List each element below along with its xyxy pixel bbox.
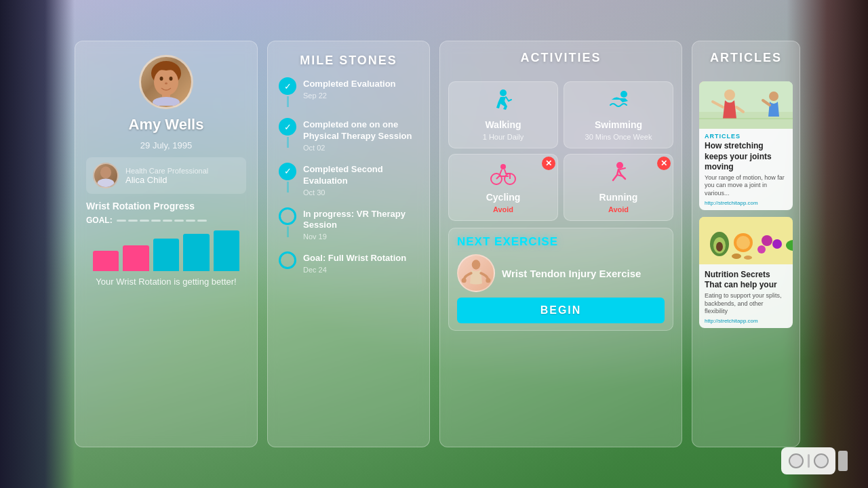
svg-point-2 — [160, 77, 163, 81]
milestone-date-1: Oct 02 — [303, 144, 418, 152]
dash-8 — [197, 220, 207, 222]
milestone-icon-col-3 — [279, 207, 296, 237]
user-dob: 29 July, 1995 — [140, 140, 192, 150]
bar-0 — [93, 251, 119, 271]
article-card-2[interactable]: Nutrition Secrets That can help your Eat… — [699, 217, 793, 328]
vr-lens-right — [814, 453, 829, 468]
milestones-panel: MILE STONES ✓Completed EvaluationSep 22✓… — [267, 41, 430, 447]
bar-1 — [123, 245, 149, 271]
svg-point-35 — [744, 256, 752, 260]
begin-button[interactable]: BEGIN — [457, 298, 665, 323]
activity-name-2: Cycling — [486, 192, 521, 203]
vr-divider — [808, 454, 810, 468]
cycling-activity-icon — [490, 161, 517, 189]
svg-point-21 — [769, 92, 778, 101]
milestone-icon-4 — [279, 251, 296, 269]
activity-detail-2: Avoid — [493, 205, 513, 214]
milestone-item-4: Goal: Full Wrist RotationDec 24 — [279, 251, 418, 274]
milestone-item-0: ✓Completed EvaluationSep 22 — [279, 77, 418, 118]
article-title-1: How stretching keeps your joints moving — [705, 141, 787, 173]
svg-point-1 — [154, 68, 178, 96]
svg-point-8 — [97, 178, 114, 187]
milestone-date-0: Sep 22 — [303, 92, 396, 100]
running-activity-icon — [605, 161, 632, 189]
user-avatar — [139, 55, 193, 109]
article-tag-1: ARTICLES — [705, 133, 787, 140]
bar-chart — [86, 230, 246, 271]
activity-wrapper-1: Swimming30 Mins Once Week — [564, 81, 673, 148]
main-container: Amy Wells 29 July, 1995 Health Care Prof… — [75, 41, 800, 447]
provider-avatar-svg — [94, 164, 117, 187]
svg-point-6 — [153, 97, 180, 106]
articles-title: ARTICLES — [699, 51, 793, 65]
activity-detail-0: 1 Hour Daily — [483, 133, 524, 141]
dash-7 — [186, 220, 195, 222]
activity-wrapper-0: Walking1 Hour Daily — [448, 81, 558, 148]
activity-wrapper-2: ✕ CyclingAvoid — [448, 154, 558, 221]
next-exercise-title: NEXT EXERCISE — [457, 235, 665, 249]
avoid-badge-3: ✕ — [657, 157, 671, 170]
activity-name-3: Running — [599, 192, 638, 203]
milestone-icon-1: ✓ — [279, 118, 296, 136]
exercise-thumbnail — [457, 254, 495, 292]
milestone-item-2: ✓Completed Second EvaluationOct 30 — [279, 163, 418, 207]
activities-panel: ACTIVITIES Walking1 Hour Daily Swimming3… — [439, 41, 682, 447]
next-exercise-section: NEXT EXERCISE Wrist Tendon I — [448, 228, 673, 331]
article-card-1[interactable]: ARTICLES How stretching keeps your joint… — [699, 81, 793, 210]
svg-point-9 — [500, 89, 507, 96]
vr-corner-left — [0, 0, 75, 488]
svg-point-29 — [762, 235, 772, 246]
milestone-content-2: Completed Second EvaluationOct 30 — [303, 163, 418, 197]
svg-point-3 — [170, 77, 173, 81]
user-name: Amy Wells — [129, 116, 204, 134]
milestone-date-2: Oct 30 — [303, 188, 418, 197]
milestone-item-1: ✓Completed one on one Physical Therapy S… — [279, 118, 418, 163]
activity-name-0: Walking — [485, 119, 521, 130]
article-img-svg-1 — [699, 81, 793, 129]
dash-2 — [128, 220, 138, 222]
activity-detail-3: Avoid — [608, 205, 629, 214]
article-image-2 — [699, 217, 793, 264]
activity-card-swimming: Swimming30 Mins Once Week — [564, 81, 673, 148]
goal-dashes — [117, 220, 207, 222]
articles-panel: ARTICLES — [692, 41, 800, 447]
svg-point-17 — [486, 278, 490, 283]
provider-avatar — [93, 163, 119, 188]
provider-name: Alica Child — [125, 175, 208, 185]
milestone-icon-col-2: ✓ — [279, 163, 296, 192]
vr-headset-icon[interactable] — [781, 447, 848, 474]
svg-point-14 — [616, 162, 623, 169]
avoid-badge-2: ✕ — [542, 157, 555, 170]
article-image-1 — [699, 81, 793, 129]
article-url-1: http://stretchitapp.com — [705, 200, 787, 206]
milestone-date-4: Dec 24 — [303, 266, 406, 274]
article-body-1: ARTICLES How stretching keeps your joint… — [699, 129, 793, 210]
exercise-thumb-svg — [459, 256, 493, 290]
provider-row: Health Care Professional Alica Child — [86, 157, 246, 194]
milestone-icon-0: ✓ — [279, 77, 296, 95]
dash-3 — [140, 220, 149, 222]
goal-label: GOAL: — [86, 216, 113, 225]
milestone-line-1 — [287, 137, 289, 148]
milestone-icon-col-4 — [279, 251, 296, 269]
article-url-2: http://stretchitapp.com — [705, 318, 787, 324]
milestone-title-0: Completed Evaluation — [303, 79, 396, 90]
dash-6 — [174, 220, 184, 222]
svg-point-4 — [165, 83, 167, 85]
svg-point-28 — [736, 236, 750, 249]
milestone-icon-col-1: ✓ — [279, 118, 296, 148]
milestone-line-2 — [287, 182, 289, 192]
bar-2 — [153, 239, 179, 271]
profile-panel: Amy Wells 29 July, 1995 Health Care Prof… — [75, 41, 258, 447]
milestone-content-1: Completed one on one Physical Therapy Se… — [303, 118, 418, 152]
article-title-2: Nutrition Secrets That can help your — [705, 270, 787, 291]
activity-wrapper-3: ✕ RunningAvoid — [564, 154, 673, 221]
provider-info: Health Care Professional Alica Child — [125, 167, 208, 185]
vr-icon-shape — [781, 447, 835, 474]
milestone-content-4: Goal: Full Wrist RotationDec 24 — [303, 251, 406, 274]
milestone-line-3 — [287, 226, 289, 237]
milestone-icon-col-0: ✓ — [279, 77, 296, 107]
walking-activity-icon — [490, 89, 517, 117]
next-exercise-row: Wrist Tendon Injury Exercise — [457, 254, 665, 292]
milestone-content-0: Completed EvaluationSep 22 — [303, 77, 396, 100]
